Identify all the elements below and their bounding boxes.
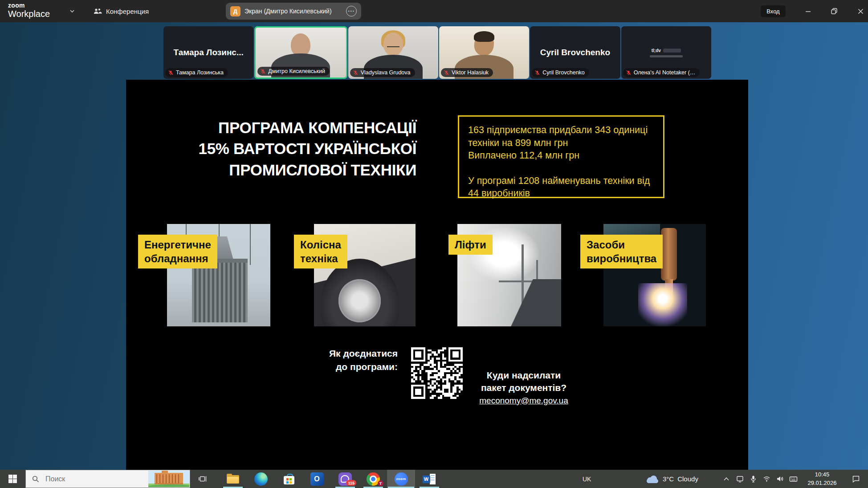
logo-text-zoom: zoom xyxy=(8,2,50,8)
notification-badge: 115 xyxy=(346,480,356,486)
restore-button[interactable] xyxy=(828,5,840,17)
language-indicator[interactable]: UK xyxy=(583,470,591,488)
photo-detail xyxy=(338,279,381,322)
network-icon[interactable] xyxy=(761,470,772,488)
category-label-production: Засоби виробництва xyxy=(580,235,663,268)
category-label-wheeled: Колісна техніка xyxy=(294,235,347,268)
photo-detail xyxy=(499,279,561,326)
category-label-energy: Енергетичне обладнання xyxy=(138,235,217,268)
participant-tile-viktor[interactable]: Viktor Halasiuk xyxy=(439,26,529,79)
participant-name-tag: Viktor Halasiuk xyxy=(441,68,493,77)
participant-tile-cyril[interactable]: Cyril Brovchenko Cyril Brovchenko xyxy=(530,26,620,79)
participant-name-tag: Дмитро Кисилевський xyxy=(257,67,330,76)
zoom-titlebar: zoom Workplace Конференция Д Экран (Дмит… xyxy=(0,0,868,22)
share-tab-avatar: Д xyxy=(230,6,240,16)
participant-name-tag: Vladyslava Grudova xyxy=(350,68,415,77)
people-icon xyxy=(94,8,102,15)
viber-icon[interactable]: 115 xyxy=(331,470,359,488)
contact-block: Куди надсилати пакет документів? meconom… xyxy=(468,369,579,406)
participant-tile-ai-notetaker[interactable]: tl;dv Олена's AI Notetaker (… xyxy=(621,26,711,79)
clock-date: 29.01.2026 xyxy=(807,479,836,487)
keyboard-icon[interactable] xyxy=(787,470,799,488)
participant-name: Viktor Halasiuk xyxy=(452,69,489,76)
photo-detail xyxy=(661,228,677,281)
sign-in-button[interactable]: Вход xyxy=(761,5,786,17)
participant-name-tag: Тамара Лозинська xyxy=(165,68,228,77)
participant-name-tag: Cyril Brovchenko xyxy=(532,68,589,77)
word-icon[interactable]: W xyxy=(415,470,443,488)
clock-time: 10:45 xyxy=(815,471,830,479)
windows-logo-icon xyxy=(8,475,17,484)
store-icon[interactable] xyxy=(275,470,303,488)
participant-name: Олена's AI Notetaker (… xyxy=(634,69,696,76)
muted-mic-icon xyxy=(534,70,540,76)
weather-temperature: 3°C xyxy=(663,475,674,483)
participant-name: Vladyslava Grudova xyxy=(361,69,411,76)
taskbar-apps: O 115 T zoom W xyxy=(219,470,443,488)
share-tab-label: Экран (Дмитро Кисилевський) xyxy=(245,8,342,15)
tab-meeting-label: Конференция xyxy=(106,8,149,15)
illustration-detail xyxy=(155,473,183,484)
participant-name: Cyril Brovchenko xyxy=(542,69,584,76)
join-heading: Як доєднатися до програми: xyxy=(295,347,398,374)
notification-badge: T xyxy=(378,480,383,486)
chrome-icon[interactable]: T xyxy=(359,470,387,488)
close-button[interactable] xyxy=(854,5,867,17)
outlook-icon[interactable]: O xyxy=(303,470,331,488)
taskbar-clock[interactable]: 10:45 29.01.2026 xyxy=(801,470,844,488)
search-input[interactable] xyxy=(45,475,126,484)
more-options-icon[interactable]: ··· xyxy=(346,6,357,16)
search-icon xyxy=(32,476,39,483)
tldv-sub-line xyxy=(650,55,683,57)
zoom-app-icon[interactable]: zoom xyxy=(387,470,415,488)
participant-name: Тамара Лозинська xyxy=(176,69,224,76)
stats-line: 163 підприємства придбали 343 одиниці те… xyxy=(468,124,654,149)
search-illustration xyxy=(148,471,189,487)
contact-email-link[interactable]: meconomy@me.gov.ua xyxy=(468,396,579,406)
logo-text-workplace: Workplace xyxy=(8,9,50,18)
illustration-detail xyxy=(148,484,189,487)
task-view-icon xyxy=(199,475,207,483)
microphone-icon[interactable] xyxy=(747,470,759,488)
weather-icon xyxy=(646,475,659,483)
tldv-logo-pill xyxy=(663,49,681,53)
participant-tile-vladyslava[interactable]: Vladyslava Grudova xyxy=(348,26,438,79)
participant-name: Дмитро Кисилевський xyxy=(268,68,325,74)
edge-icon[interactable] xyxy=(247,470,275,488)
person-silhouette xyxy=(474,31,494,42)
weather-widget[interactable]: 3°C Cloudy xyxy=(646,470,698,488)
participant-tile-tamara[interactable]: Тамара Лозинс... Тамара Лозинська xyxy=(163,26,253,79)
tldv-logo: tl;dv xyxy=(652,48,661,53)
muted-mic-icon xyxy=(168,70,174,76)
chevron-down-icon[interactable] xyxy=(69,8,75,14)
minimize-button[interactable] xyxy=(802,5,814,17)
action-center-icon[interactable] xyxy=(847,470,865,488)
shared-screen-area: Тамара Лозинс... Тамара Лозинська Дмитро… xyxy=(0,22,868,470)
muted-mic-icon xyxy=(626,70,632,76)
contact-heading: Куди надсилати пакет документів? xyxy=(468,369,579,394)
chevron-up-icon[interactable] xyxy=(721,470,732,488)
participant-filmstrip: Тамара Лозинс... Тамара Лозинська Дмитро… xyxy=(163,26,711,79)
tab-shared-screen[interactable]: Д Экран (Дмитро Кисилевський) ··· xyxy=(226,3,361,20)
file-explorer-icon[interactable] xyxy=(219,470,247,488)
muted-mic-icon xyxy=(353,70,359,76)
screen-device-icon[interactable] xyxy=(734,470,746,488)
stats-box: 163 підприємства придбали 343 одиниці те… xyxy=(458,115,664,198)
tab-meeting[interactable]: Конференция xyxy=(89,4,153,19)
slide-title: ПРОГРАМА КОМПЕНСАЦІЇ 15% ВАРТОСТІ УКРАЇН… xyxy=(157,117,416,180)
stats-line: Виплачено 112,4 млн грн xyxy=(468,149,654,162)
photo-detail xyxy=(250,224,251,265)
photo-detail xyxy=(638,283,687,326)
participant-tile-dmytro[interactable]: Дмитро Кисилевський xyxy=(254,26,347,79)
person-silhouette xyxy=(387,44,399,47)
zoom-workplace-logo: zoom Workplace xyxy=(8,2,50,18)
taskbar-search[interactable] xyxy=(25,470,190,488)
volume-icon[interactable] xyxy=(774,470,786,488)
windows-start-button[interactable] xyxy=(0,470,25,488)
stats-line: У програмі 1208 найменувань техніки від … xyxy=(468,175,654,200)
muted-mic-icon xyxy=(260,69,266,74)
task-view-button[interactable] xyxy=(192,470,214,488)
qr-code xyxy=(411,347,463,399)
participant-name-tag: Олена's AI Notetaker (… xyxy=(623,68,700,77)
windows-taskbar: O 115 T zoom W UK 3°C Cloudy 10:45 29.01… xyxy=(0,470,868,488)
